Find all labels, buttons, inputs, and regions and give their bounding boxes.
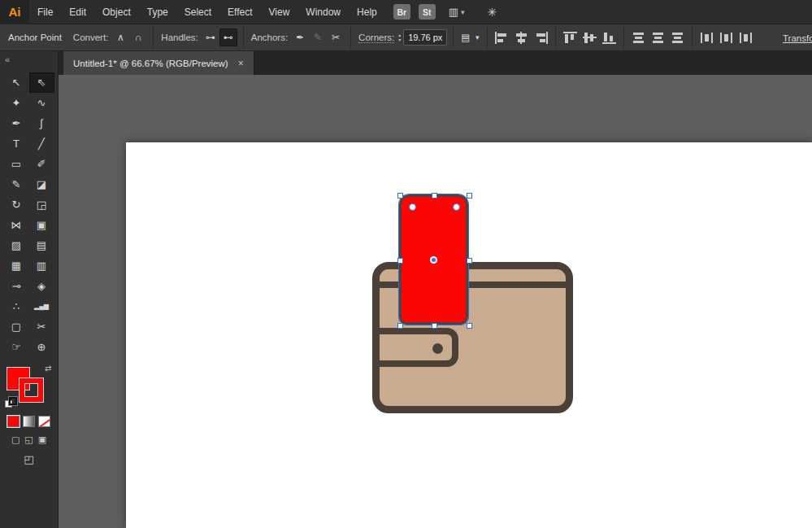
tool-shaper[interactable]: ✎ — [4, 174, 29, 194]
tool-eraser[interactable]: ◪ — [29, 174, 54, 194]
gpu-performance-icon[interactable]: ✳ — [488, 6, 497, 19]
selection-center-point[interactable] — [432, 258, 436, 262]
wallet-clasp-shape[interactable] — [380, 328, 458, 367]
tool-perspective-grid[interactable]: ▤ — [29, 235, 54, 255]
menu-effect[interactable]: Effect — [219, 0, 260, 24]
canvas-area[interactable] — [59, 75, 812, 528]
menu-help[interactable]: Help — [349, 0, 385, 24]
selection-handle-middle-left[interactable] — [397, 258, 403, 264]
transform-panel-link[interactable]: Transform — [783, 24, 812, 51]
document-setup-button[interactable]: ▤ ▾ — [461, 32, 479, 43]
selection-handle-bottom-right[interactable] — [467, 323, 472, 329]
menu-edit[interactable]: Edit — [61, 0, 94, 24]
tool-direct-selection[interactable]: ⇖ — [29, 72, 54, 93]
horizontal-space-right-button[interactable] — [739, 32, 753, 44]
menu-items: FileEditObjectTypeSelectEffectViewWindow… — [29, 0, 385, 24]
menu-object[interactable]: Object — [94, 0, 139, 24]
tool-shape-builder[interactable]: ▨ — [4, 235, 29, 255]
close-icon[interactable]: × — [238, 58, 244, 69]
tool-pen[interactable]: ✒ — [4, 113, 29, 133]
stock-button[interactable]: St — [419, 4, 436, 20]
tool-symbol-sprayer[interactable]: ∴ — [4, 296, 29, 316]
bridge-button[interactable]: Br — [393, 4, 410, 20]
selection-handle-top-left[interactable] — [397, 193, 403, 199]
distribute-top-button[interactable] — [632, 32, 645, 44]
menu-select[interactable]: Select — [176, 0, 219, 24]
live-corner-widget-left[interactable] — [409, 203, 416, 211]
workspace-switcher[interactable]: ▥ ▾ — [449, 6, 465, 18]
menu-window[interactable]: Window — [297, 0, 349, 24]
tool-width[interactable]: ⋈ — [4, 215, 29, 235]
align-right-button[interactable] — [534, 32, 548, 44]
selection-handle-bottom-center[interactable] — [432, 323, 437, 329]
tool-lasso[interactable]: ∿ — [29, 93, 54, 113]
control-bar: Anchor Point Convert: ∧ ∩ Handles: ⊶ ⊷ A… — [0, 24, 812, 51]
convert-to-corner-button[interactable]: ∧ — [111, 28, 129, 46]
color-button[interactable] — [7, 416, 20, 427]
align-horizontal-center-button[interactable] — [515, 32, 528, 44]
tool-slice[interactable]: ✂ — [29, 316, 54, 337]
tool-line-segment[interactable]: ╱ — [29, 133, 54, 154]
tool-mesh[interactable]: ▦ — [4, 255, 29, 276]
tool-artboard[interactable]: ▢ — [4, 316, 29, 337]
live-corner-widget-right[interactable] — [453, 203, 460, 211]
draw-behind-icon[interactable]: ◱ — [24, 434, 33, 445]
none-button[interactable] — [38, 416, 50, 427]
document-tab[interactable]: Untitled-1* @ 66.67% (RGB/Preview) × — [63, 51, 254, 75]
tool-eyedropper[interactable]: ⊸ — [4, 276, 29, 296]
corners-label[interactable]: Corners: — [358, 33, 394, 43]
align-left-button[interactable] — [495, 32, 509, 44]
draw-inside-icon[interactable]: ▣ — [38, 434, 46, 445]
gradient-button[interactable] — [23, 416, 35, 427]
menu-view[interactable]: View — [261, 0, 298, 24]
convert-to-smooth-button[interactable]: ∩ — [129, 28, 147, 46]
menu-file[interactable]: File — [29, 0, 61, 24]
align-vertical-center-button[interactable] — [583, 32, 597, 44]
distribute-bottom-button[interactable] — [671, 32, 684, 44]
cut-path-button[interactable]: ✂ — [327, 28, 345, 46]
show-handles-button[interactable]: ⊶ — [202, 28, 219, 46]
stroke-swatch[interactable] — [20, 378, 43, 402]
tool-selection[interactable]: ↖ — [4, 72, 29, 93]
corners-input[interactable]: 19.76 px — [403, 29, 447, 46]
tool-zoom[interactable]: ⊕ — [29, 337, 54, 357]
fill-stroke-widget: ⇄ — [3, 365, 55, 408]
tool-gradient[interactable]: ▥ — [29, 255, 54, 276]
tool-column-graph[interactable]: ▂▄▆ — [29, 296, 54, 316]
collapse-panel-button[interactable]: « — [5, 55, 10, 64]
tool-free-transform[interactable]: ▣ — [29, 215, 54, 235]
align-horizontal-group — [495, 32, 548, 44]
chevron-down-icon: ▾ — [475, 33, 480, 41]
corners-stepper[interactable]: ▴ ▾ — [398, 33, 401, 42]
separator — [555, 28, 556, 47]
swap-fill-stroke-icon[interactable]: ⇄ — [45, 364, 51, 373]
tool-blend[interactable]: ◈ — [29, 276, 54, 296]
hide-handles-button[interactable]: ⊷ — [219, 28, 237, 46]
connect-anchors-button[interactable]: ✎ — [309, 28, 327, 46]
tool-paintbrush[interactable]: ✐ — [29, 154, 54, 174]
draw-normal-icon[interactable]: ▢ — [11, 434, 20, 445]
align-top-button[interactable] — [563, 32, 577, 44]
tool-hand[interactable]: ☞ — [4, 337, 29, 357]
remove-anchor-button[interactable]: ✒ — [291, 28, 309, 46]
horizontal-space-left-button[interactable] — [700, 32, 714, 44]
tool-magic-wand[interactable]: ✦ — [4, 93, 29, 113]
selection-handle-top-right[interactable] — [467, 193, 472, 199]
selection-handle-top-center[interactable] — [432, 193, 437, 199]
menu-type[interactable]: Type — [139, 0, 176, 24]
distribute-vertical-center-button[interactable] — [651, 32, 665, 44]
tool-type[interactable]: T — [4, 133, 29, 154]
horizontal-space-center-button[interactable] — [719, 32, 733, 44]
align-bottom-button[interactable] — [602, 32, 616, 44]
selection-handle-bottom-left[interactable] — [397, 323, 403, 329]
wallet-clasp-button-shape[interactable] — [432, 343, 443, 354]
screen-mode-icon[interactable]: ◰ — [24, 453, 33, 465]
tool-curvature[interactable]: ∫ — [29, 113, 54, 133]
tool-rotate[interactable]: ↻ — [4, 194, 29, 215]
selection-handle-middle-right[interactable] — [467, 258, 472, 264]
tool-scale[interactable]: ◲ — [29, 194, 54, 215]
default-fill-stroke-icon[interactable] — [5, 397, 18, 408]
stepper-down-icon[interactable]: ▾ — [398, 37, 401, 42]
tool-rectangle[interactable]: ▭ — [4, 154, 29, 174]
document-tab-title: Untitled-1* @ 66.67% (RGB/Preview) — [73, 59, 228, 68]
